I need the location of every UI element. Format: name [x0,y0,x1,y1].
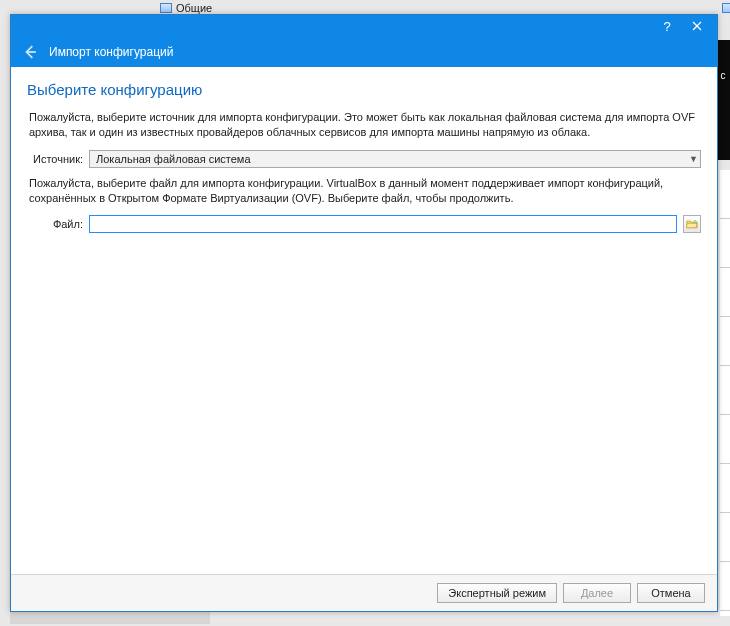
import-config-dialog: ? Импорт конфигураций Выберите конфигура… [10,14,718,612]
chevron-down-icon: ▼ [689,154,698,164]
bg-tab-preview: Превью [722,2,730,14]
source-combobox[interactable]: Локальная файловая система ▼ [89,150,701,168]
cancel-button[interactable]: Отмена [637,583,705,603]
background-side-panel: с [716,40,730,160]
source-combobox-value: Локальная файловая система [96,153,251,165]
next-button[interactable]: Далее [563,583,631,603]
dialog-footer: Экспертный режим Далее Отмена [11,574,717,611]
source-label: Источник: [27,153,83,165]
file-input[interactable] [89,215,677,233]
file-row: Файл: [27,215,701,233]
help-button[interactable]: ? [653,16,681,36]
dialog-content: Выберите конфигурацию Пожалуйста, выбери… [11,67,717,574]
close-button[interactable] [683,16,711,36]
bg-tab-common-label: Общие [176,2,212,14]
back-button[interactable] [21,43,39,61]
expert-mode-button[interactable]: Экспертный режим [437,583,557,603]
close-icon [692,21,702,31]
source-row: Источник: Локальная файловая система ▼ [27,150,701,168]
instruction-source: Пожалуйста, выберите источник для импорт… [27,110,701,140]
bg-tab-common: Общие [160,2,212,14]
folder-open-icon [686,218,698,230]
instruction-file: Пожалуйста, выберите файл для импорта ко… [27,176,701,206]
page-title: Выберите конфигурацию [27,81,701,98]
browse-button[interactable] [683,215,701,233]
titlebar: ? Импорт конфигураций [11,15,717,67]
background-stripes [720,170,730,616]
dialog-title: Импорт конфигураций [49,45,173,59]
background-tabs: Общие Превью [160,2,730,14]
back-arrow-icon [23,45,37,59]
file-label: Файл: [27,218,83,230]
background-bottom-bar [10,610,210,624]
